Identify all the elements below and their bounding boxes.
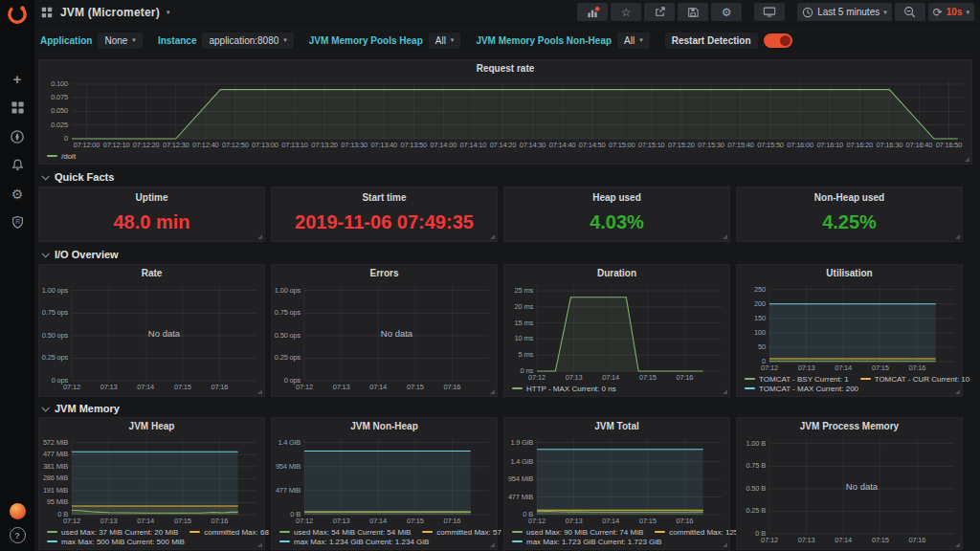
panel-title[interactable]: JVM Process Memory bbox=[737, 418, 962, 434]
y-axis-tick: 1.00 B bbox=[739, 440, 766, 448]
y-axis-tick: 0.050 bbox=[41, 107, 68, 115]
request-rate-chart[interactable]: 00.0250.0500.0750.10007:12:0007:12:1007:… bbox=[39, 77, 971, 151]
y-axis-tick: 0.25 B bbox=[739, 507, 766, 515]
row-quick-facts[interactable]: Quick Facts bbox=[42, 169, 114, 185]
legend-item[interactable]: used Max: 54 MiB Current: 54 MiB bbox=[279, 528, 411, 537]
panel-resize-handle[interactable] bbox=[723, 389, 727, 394]
legend-item[interactable]: /doit bbox=[47, 152, 76, 161]
panel-title[interactable]: Heap used bbox=[592, 192, 641, 203]
panel-title[interactable]: JVM Heap bbox=[39, 418, 264, 434]
variable-value-dropdown[interactable]: application:8080▾ bbox=[202, 33, 293, 49]
legend-item[interactable]: used Max: 90 MiB Current: 74 MiB bbox=[512, 528, 643, 537]
panel-title[interactable]: Start time bbox=[362, 192, 406, 203]
refresh-icon: ⟳ bbox=[933, 7, 943, 18]
panel-title[interactable]: Uptime bbox=[136, 192, 168, 203]
row-io-overview[interactable]: I/O Overview bbox=[42, 247, 119, 262]
dashboard-canvas: Request rate 00.0250.0500.0750.10007:12:… bbox=[34, 55, 980, 551]
legend-label: max Max: 1.723 GiB Current: 1.723 GiB bbox=[526, 538, 661, 546]
jvm-heap-chart[interactable]: 0 B95 MiB191 MiB286 MiB381 MiB477 MiB572… bbox=[39, 434, 264, 527]
restart-detection-toggle[interactable] bbox=[764, 33, 792, 48]
jvm-total-chart[interactable]: 0 B477 MiB954 MiB1.4 GiB1.9 GiB07:1207:1… bbox=[504, 434, 729, 527]
series-color-icon bbox=[47, 540, 57, 542]
panel-title[interactable]: Non-Heap used bbox=[814, 192, 884, 203]
variable-label: JVM Memory Pools Heap bbox=[309, 35, 423, 46]
share-button[interactable] bbox=[644, 3, 675, 21]
variable-value-dropdown[interactable]: None▾ bbox=[98, 33, 142, 49]
zoom-out-button[interactable] bbox=[895, 3, 925, 21]
alerting-bell-icon[interactable] bbox=[10, 157, 26, 173]
jvm-non-heap-chart[interactable]: 0 B477 MiB954 MiB1.4 GiB07:1207:1307:140… bbox=[272, 434, 497, 527]
x-axis-tick: 07:13 bbox=[92, 384, 126, 391]
duration-chart[interactable]: 0 ns5 ms10 ms15 ms20 ms25 ms07:1207:1307… bbox=[504, 281, 729, 384]
panel-resize-handle[interactable] bbox=[955, 389, 960, 394]
panel-resize-handle[interactable] bbox=[490, 234, 495, 239]
gear-icon: ⚙ bbox=[722, 7, 732, 18]
title-caret-icon[interactable]: ▾ bbox=[167, 9, 170, 16]
panel-resize-handle[interactable] bbox=[723, 542, 727, 547]
utilisation-chart[interactable]: 05010015020025007:1207:1307:1407:1507:16 bbox=[737, 281, 962, 374]
variable-value-dropdown[interactable]: All▾ bbox=[617, 33, 650, 49]
jvm-process-memory-chart[interactable]: 0 B0.25 B0.50 B0.75 B1.00 B07:1207:1307:… bbox=[737, 434, 962, 546]
save-button[interactable] bbox=[678, 3, 708, 21]
grafana-logo-icon[interactable] bbox=[5, 2, 30, 27]
legend-item[interactable]: max Max: 500 MiB Current: 500 MiB bbox=[47, 538, 185, 546]
panel-resize-handle[interactable] bbox=[965, 157, 969, 162]
add-icon[interactable]: + bbox=[10, 71, 26, 87]
panel-title[interactable]: Duration bbox=[504, 265, 729, 281]
x-axis-tick: 07:15 bbox=[863, 537, 898, 544]
refresh-button[interactable]: ⟳ 10s ▾ bbox=[928, 3, 974, 21]
panel-title[interactable]: Request rate bbox=[39, 60, 971, 77]
chart-legend: /doit bbox=[39, 151, 971, 164]
series-color-icon bbox=[512, 387, 523, 389]
panel-resize-handle[interactable] bbox=[257, 234, 262, 239]
panel-resize-handle[interactable] bbox=[490, 389, 495, 394]
server-admin-shield-icon[interactable]: R bbox=[10, 214, 26, 231]
panel-title[interactable]: Errors bbox=[272, 265, 497, 281]
x-axis-tick: 07:15 bbox=[166, 384, 200, 391]
dashboards-icon[interactable] bbox=[10, 99, 26, 116]
legend-item[interactable]: TOMCAT - MAX Current: 200 bbox=[745, 385, 858, 393]
panel-resize-handle[interactable] bbox=[723, 234, 727, 239]
legend-item[interactable]: HTTP - MAX Current: 0 ns bbox=[512, 385, 616, 393]
dashboard-title[interactable]: JVM (Micrometer) bbox=[60, 6, 160, 19]
legend-label: max Max: 500 MiB Current: 500 MiB bbox=[61, 538, 185, 546]
panel-title[interactable]: JVM Non-Heap bbox=[272, 418, 497, 434]
panel-title[interactable]: JVM Total bbox=[504, 418, 729, 434]
legend-item[interactable]: TOMCAT - BSY Current: 1 bbox=[745, 375, 849, 384]
series-color-icon bbox=[512, 531, 523, 533]
legend-item[interactable]: used Max: 37 MiB Current: 20 MiB bbox=[47, 528, 178, 537]
explore-icon[interactable] bbox=[10, 128, 26, 144]
panel-jvm-process-memory: JVM Process Memory 0 B0.25 B0.50 B0.75 B… bbox=[736, 417, 963, 550]
star-button[interactable]: ☆ bbox=[611, 3, 641, 21]
y-axis-tick: 95 MiB bbox=[41, 498, 68, 506]
variable-value-dropdown[interactable]: All▾ bbox=[429, 33, 461, 49]
panel-resize-handle[interactable] bbox=[257, 542, 262, 547]
panel-title[interactable]: Utilisation bbox=[737, 265, 962, 281]
x-axis-tick: 07:14 bbox=[361, 518, 395, 525]
panel-resize-handle[interactable] bbox=[490, 542, 495, 547]
x-axis-tick: 07:13 bbox=[324, 518, 359, 525]
panel-resize-handle[interactable] bbox=[955, 234, 960, 239]
legend-item[interactable]: max Max: 1.234 GiB Current: 1.234 GiB bbox=[279, 538, 429, 546]
series-color-icon bbox=[745, 378, 755, 380]
chart-legend: used Max: 37 MiB Current: 20 MiBcommitte… bbox=[39, 527, 264, 549]
user-avatar[interactable] bbox=[10, 503, 26, 519]
errors-chart[interactable]: 0 ops0.25 ops0.50 ops0.75 ops1.00 ops07:… bbox=[272, 281, 497, 393]
series-color-icon bbox=[47, 155, 57, 157]
panel-resize-handle[interactable] bbox=[955, 542, 960, 547]
legend-item[interactable]: max Max: 1.723 GiB Current: 1.723 GiB bbox=[512, 538, 661, 546]
panel-resize-handle[interactable] bbox=[257, 389, 262, 394]
tv-mode-button[interactable] bbox=[754, 3, 785, 21]
legend-label: /doit bbox=[61, 152, 76, 161]
rate-chart[interactable]: 0 ops0.25 ops0.50 ops0.75 ops1.00 ops07:… bbox=[39, 281, 264, 393]
time-picker-button[interactable]: Last 5 minutes ▾ bbox=[797, 3, 892, 21]
help-icon[interactable]: ? bbox=[10, 527, 26, 543]
x-axis-tick: 07:12 bbox=[520, 518, 554, 525]
dashboard-settings-button[interactable]: ⚙ bbox=[711, 3, 742, 21]
configuration-gear-icon[interactable]: ⚙ bbox=[10, 186, 26, 202]
add-panel-button[interactable] bbox=[577, 3, 608, 21]
row-jvm-memory[interactable]: JVM Memory bbox=[42, 401, 120, 416]
panel-title[interactable]: Rate bbox=[39, 265, 264, 281]
restart-detection-label: Restart Detection bbox=[665, 33, 758, 49]
legend-item[interactable]: TOMCAT - CUR Current: 10 bbox=[860, 375, 970, 384]
